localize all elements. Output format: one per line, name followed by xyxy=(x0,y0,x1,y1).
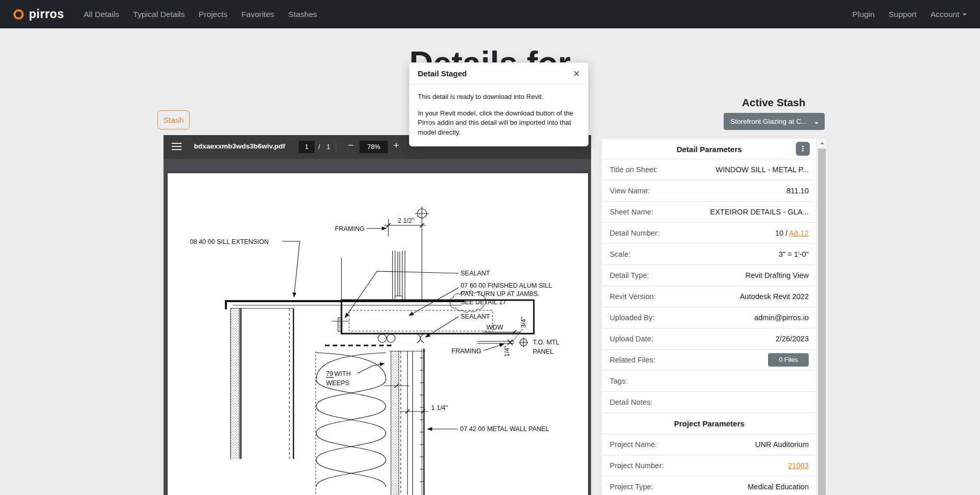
navbar: pirros All DetailsTypical DetailsProject… xyxy=(0,0,980,28)
drawing-dim-3-4: 3/4" xyxy=(520,317,527,328)
pdf-filename: bdxaexxmb3wds3b6wiv.pdf xyxy=(194,142,285,150)
related-files-button[interactable]: 0 Files xyxy=(768,353,809,367)
param-value: EXTEIROR DETAILS - GLA... xyxy=(710,208,809,216)
param-section-header: Project Parameters xyxy=(602,412,816,434)
param-label: Scale: xyxy=(610,250,630,258)
page-number-input[interactable]: 1 xyxy=(299,141,315,153)
scrollbar-up-arrow-icon[interactable] xyxy=(818,139,826,147)
scrollbar-thumb[interactable] xyxy=(818,148,826,495)
param-value-link[interactable]: 21003 xyxy=(788,461,809,470)
param-label: Detail Type: xyxy=(610,271,649,279)
drawing-dim-2-1-2: 2 1/2" xyxy=(398,217,414,224)
pdf-page: 2 1/2" FRAMING 08 40 00 SILL EXTENSION S… xyxy=(168,173,588,495)
drawing-framing-top: FRAMING xyxy=(335,225,365,233)
param-row: View Name:811.10 xyxy=(602,180,816,201)
drawing-metal-wall-panel-note: 07 42 00 METAL WALL PANEL xyxy=(460,425,549,433)
panel-header: Detail Parameters ⋮ xyxy=(602,139,816,159)
pirros-ring-icon xyxy=(13,9,24,20)
detail-drawing: 2 1/2" FRAMING 08 40 00 SILL EXTENSION S… xyxy=(168,173,588,495)
param-row: Related Files:0 Files xyxy=(602,349,816,370)
modal-paragraph-1: This detail is ready to download into Re… xyxy=(418,92,580,102)
chevron-down-icon xyxy=(962,13,967,15)
zoom-in-button[interactable]: + xyxy=(390,140,402,151)
brand-logo[interactable]: pirros xyxy=(13,7,64,21)
param-row: Title on Sheet:WINDOW SILL - METAL P... xyxy=(602,159,816,180)
page-separator: / xyxy=(318,143,320,151)
nav-link-plugin[interactable]: Plugin xyxy=(853,10,875,19)
param-row: Sheet Name:EXTEIROR DETAILS - GLA... xyxy=(602,201,816,222)
drawing-sealant-2: SEALANT xyxy=(461,313,490,320)
param-value: admin@pirros.io xyxy=(754,314,809,322)
param-value: 10 / A8.12 xyxy=(775,229,809,237)
param-value: 0 Files xyxy=(768,353,809,367)
param-label: Revit Version: xyxy=(610,292,656,301)
nav-link-projects[interactable]: Projects xyxy=(199,10,227,19)
nav-link-stashes[interactable]: Stashes xyxy=(288,10,317,19)
stash-button[interactable]: Stash xyxy=(157,110,190,129)
zoom-level[interactable]: 78% xyxy=(360,141,388,153)
page-total: 1 xyxy=(326,143,330,151)
toolbar-divider xyxy=(336,142,336,152)
zoom-out-button[interactable]: − xyxy=(345,140,356,151)
param-label: Project Name: xyxy=(610,440,657,449)
param-label: Project Type: xyxy=(610,483,653,491)
nav-link-account[interactable]: Account xyxy=(930,10,967,19)
nav-links: All DetailsTypical DetailsProjectsFavori… xyxy=(84,10,317,19)
param-row: Project Type:Medical Education xyxy=(602,476,816,495)
param-row: Upload Date:2/26/2023 xyxy=(602,328,816,349)
modal-paragraph-2: In your Revit model, click the download … xyxy=(418,109,580,137)
drawing-wdw: WDW xyxy=(486,324,503,331)
nav-link-favorites[interactable]: Favorites xyxy=(241,10,274,19)
param-value: Medical Education xyxy=(748,483,809,491)
kebab-menu-button[interactable]: ⋮ xyxy=(796,142,810,156)
hamburger-menu-icon[interactable] xyxy=(172,143,182,152)
drawing-dim-1-1-4: 1 1/4" xyxy=(431,404,448,411)
drawing-sill-extension-note: 08 40 00 SILL EXTENSION xyxy=(190,238,269,245)
modal-body: This detail is ready to download into Re… xyxy=(410,85,588,146)
close-icon[interactable]: × xyxy=(573,69,580,79)
param-row: Uploaded By:admin@pirros.io xyxy=(602,307,816,328)
pdf-viewer: bdxaexxmb3wds3b6wiv.pdf 1 / 1 − 78% + xyxy=(164,135,591,495)
detail-parameters-panel: Detail Parameters ⋮ Title on Sheet:WINDO… xyxy=(602,139,816,495)
param-label: Detail Notes: xyxy=(610,398,652,406)
param-rows: Title on Sheet:WINDOW SILL - METAL P...V… xyxy=(602,159,816,495)
drawing-alum-sill-note-2: PAN. TURN UP AT JAMBS. xyxy=(461,290,540,298)
detail-staged-modal: Detail Staged × This detail is ready to … xyxy=(409,62,589,146)
param-label: View Name: xyxy=(610,187,650,195)
param-value: Revit Drafting View xyxy=(745,271,809,279)
drawing-framing-bottom: FRAMING xyxy=(451,348,481,355)
drawing-alum-sill-note-1: 07 60 00 FINISHED ALUM SILL xyxy=(461,282,552,289)
param-row: Detail Notes: xyxy=(602,391,816,412)
param-value: 3" = 1'-0" xyxy=(778,250,809,258)
active-stash-title: Active Stash xyxy=(712,96,836,109)
param-value: UNR Auditorium xyxy=(755,440,809,449)
param-value: 2/26/2023 xyxy=(775,335,809,343)
drawing-weeps-num: 79 xyxy=(326,370,333,377)
panel-title: Detail Parameters xyxy=(602,139,816,160)
drawing-sealant-1: SEALANT xyxy=(461,270,490,277)
nav-link-all-details[interactable]: All Details xyxy=(84,10,119,19)
param-value-link[interactable]: A8.12 xyxy=(789,229,809,237)
active-stash-selected: Storefront Glazing at C... xyxy=(724,118,808,125)
param-label: Tags: xyxy=(610,377,628,385)
active-stash-dropdown[interactable]: Storefront Glazing at C... xyxy=(724,113,825,130)
nav-link-support[interactable]: Support xyxy=(889,10,917,19)
param-label: Project Number: xyxy=(610,461,664,470)
drawing-weeps-2: WEEPS xyxy=(326,380,349,387)
param-label: Detail Number: xyxy=(610,229,660,237)
param-value: 811.10 xyxy=(787,187,809,195)
modal-title: Detail Staged xyxy=(418,69,467,78)
param-row: Detail Number:10 / A8.12 xyxy=(602,222,816,243)
drawing-to-mtl-1: T.O. MTL xyxy=(533,339,559,346)
drawing-to-mtl-2: PANEL xyxy=(533,348,553,355)
nav-link-typical-details[interactable]: Typical Details xyxy=(133,10,185,19)
param-value: WINDOW SILL - METAL P... xyxy=(716,166,809,174)
drawing-weeps-1: WITH xyxy=(334,370,351,377)
param-label: Uploaded By: xyxy=(610,314,655,322)
param-label: Upload Date: xyxy=(610,335,654,343)
param-row: Tags: xyxy=(602,370,816,391)
param-label: Sheet Name: xyxy=(610,208,654,216)
param-value: 21003 xyxy=(788,461,809,470)
param-label: Title on Sheet: xyxy=(610,166,658,174)
section-title: Project Parameters xyxy=(674,419,745,428)
